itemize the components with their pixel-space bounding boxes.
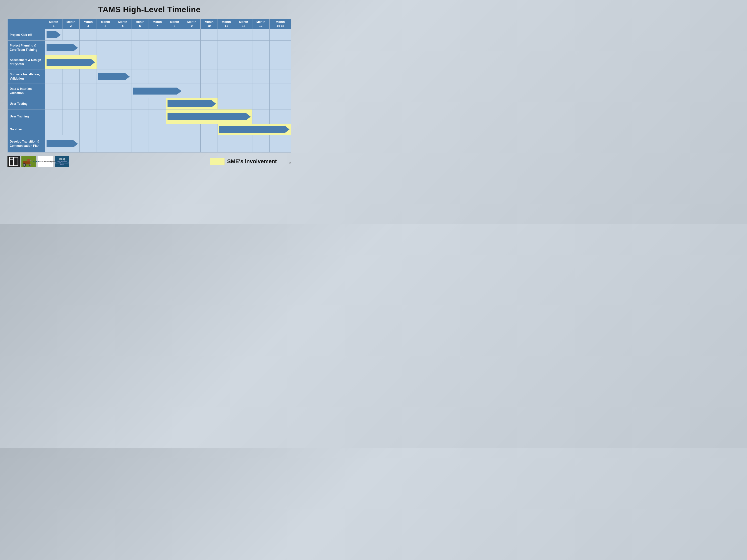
arrow-training [166, 109, 252, 124]
cell-r9-m9 [183, 135, 200, 153]
cell-r8-m5 [114, 124, 131, 135]
cell-r4-m11 [218, 70, 235, 84]
arrow-testing [166, 98, 217, 109]
cell-r1-m6 [131, 29, 149, 41]
cell-r4-m8 [166, 70, 183, 84]
cell-r4-m9 [183, 70, 200, 84]
arrow-planning [45, 41, 80, 55]
arrow-assessment [45, 55, 97, 70]
header-month-2: Month2 [62, 19, 79, 29]
cell-r3-m7 [149, 55, 166, 70]
cell-r8-m3 [80, 124, 97, 135]
row-project-planning: Project Planning & Core Team Training [8, 41, 291, 55]
cell-r5-m1 [45, 84, 62, 98]
cell-r9-m12 [235, 135, 252, 153]
header-row: Month1 Month2 Month3 Month4 Month5 Month… [8, 19, 291, 29]
arrow-transition [45, 135, 80, 153]
task-label-software: Software Installation, Validation [8, 70, 45, 84]
cell-r5-m9 [183, 84, 200, 98]
cell-r7-m4 [97, 109, 114, 124]
header-month-14-18: Month14-18 [269, 19, 291, 29]
header-month-3: Month3 [80, 19, 97, 29]
cell-r2-m4 [97, 41, 114, 55]
cell-r7-m2 [62, 109, 79, 124]
cell-r6-m11 [218, 98, 235, 109]
row-user-training: User Training [8, 109, 291, 124]
cell-r2-m5 [114, 41, 131, 55]
header-month-5: Month5 [114, 19, 131, 29]
cell-r2-m3 [80, 41, 97, 55]
cell-r6-m12 [235, 98, 252, 109]
logo-deq: DEQ State of OregonDept of Environmental… [55, 156, 69, 167]
page-number: 2 [289, 161, 291, 165]
cell-r6-m6 [131, 98, 149, 109]
header-month-13: Month13 [252, 19, 269, 29]
cell-r2-m11 [218, 41, 235, 55]
cell-r3-m6 [131, 55, 149, 70]
task-label-training: User Training [8, 109, 45, 124]
task-label-assessment: Assessment & Design of System [8, 55, 45, 70]
cell-r2-m8 [166, 41, 183, 55]
header-month-12: Month12 [235, 19, 252, 29]
cell-r5-m4 [97, 84, 114, 98]
tf-svg [9, 157, 19, 166]
header-month-6: Month6 [131, 19, 149, 29]
cell-r9-m5 [114, 135, 131, 153]
cell-r5-m5 [114, 84, 131, 98]
cell-r8-m4 [97, 124, 114, 135]
cell-r9-m10 [200, 135, 217, 153]
timeline-table: Month1 Month2 Month3 Month4 Month5 Month… [7, 19, 291, 153]
row-go-live: Go -Live [8, 124, 291, 135]
cell-r3-m4 [97, 55, 114, 70]
logo-oregon: Oregon Department of Agriculture [37, 156, 53, 167]
sme-legend-box [210, 158, 225, 165]
cell-r9-m6 [131, 135, 149, 153]
cell-r3-m9 [183, 55, 200, 70]
cell-r6-m1 [45, 98, 62, 109]
cell-r6-m3 [80, 98, 97, 109]
logos-container: Oregon Department of Agriculture DEQ Sta… [7, 156, 69, 167]
cell-r9-m11 [218, 135, 235, 153]
cell-r7-m13 [252, 109, 269, 124]
cell-r7-m5 [114, 109, 131, 124]
cell-r4-m7 [149, 70, 166, 84]
page-title: TAMS High-Level Timeline [98, 5, 201, 14]
cell-r1-m3 [80, 29, 97, 41]
cell-r5-m12 [235, 84, 252, 98]
svg-point-6 [23, 164, 25, 166]
arrow-kickoff [45, 29, 62, 41]
header-month-8: Month8 [166, 19, 183, 29]
cell-r1-m12 [235, 29, 252, 41]
task-label-planning: Project Planning & Core Team Training [8, 41, 45, 55]
logo-tf-icon [7, 156, 20, 167]
cell-r4-m1 [45, 70, 62, 84]
footer: Oregon Department of Agriculture DEQ Sta… [7, 156, 291, 167]
arrow-golive [218, 124, 291, 135]
cell-r2-m10 [200, 41, 217, 55]
cell-r1-m9 [183, 29, 200, 41]
row-data-interface: Data & Interface validation [8, 84, 291, 98]
header-month-9: Month9 [183, 19, 200, 29]
cell-r1-m14 [269, 29, 291, 41]
cell-r8-m10 [200, 124, 217, 135]
cell-r8-m6 [131, 124, 149, 135]
cell-r6-m4 [97, 98, 114, 109]
cell-r5-m10 [200, 84, 217, 98]
cell-r7-m1 [45, 109, 62, 124]
header-month-10: Month10 [200, 19, 217, 29]
cell-r5-m3 [80, 84, 97, 98]
header-month-7: Month7 [149, 19, 166, 29]
cell-r3-m8 [166, 55, 183, 70]
row-assessment: Assessment & Design of System [8, 55, 291, 70]
cell-r3-m11 [218, 55, 235, 70]
cell-r9-m13 [252, 135, 269, 153]
cell-r2-m9 [183, 41, 200, 55]
cell-r5-m2 [62, 84, 79, 98]
cell-r9-m3 [80, 135, 97, 153]
cell-r4-m10 [200, 70, 217, 84]
header-month-11: Month11 [218, 19, 235, 29]
cell-r7-m14 [269, 109, 291, 124]
cell-r4-m2 [62, 70, 79, 84]
arrow-software [97, 70, 131, 84]
cell-r4-m14 [269, 70, 291, 84]
